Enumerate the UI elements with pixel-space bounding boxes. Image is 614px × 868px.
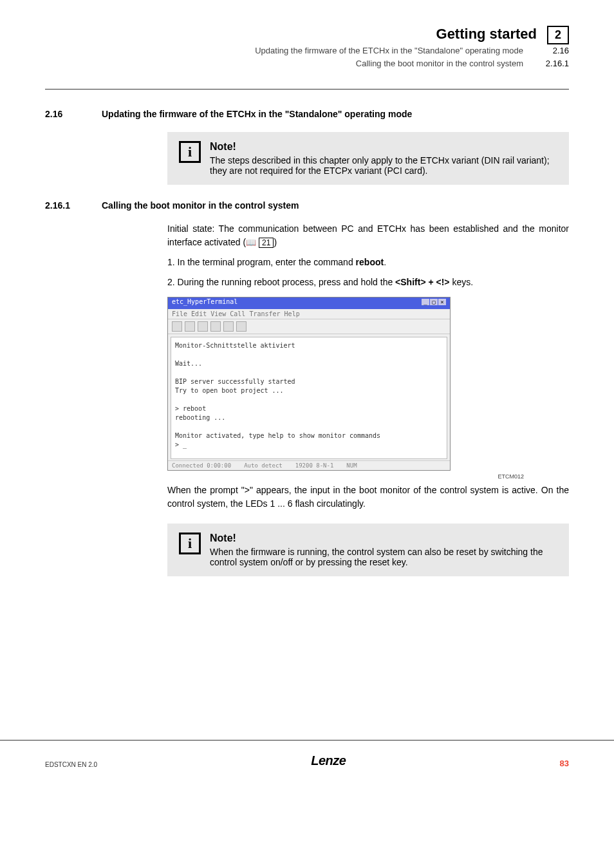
- page-footer: EDSTCXN EN 2.0 Lenze 83: [0, 740, 614, 788]
- li2-c: keys.: [450, 277, 474, 287]
- section-title: Calling the boot monitor in the control …: [102, 200, 299, 211]
- close-icon[interactable]: ×: [438, 299, 446, 305]
- footer-docid: EDSTCXN EN 2.0: [45, 761, 97, 768]
- step-1: 1. In the terminal program, enter the co…: [167, 256, 569, 269]
- section-num: 2.16: [45, 109, 84, 119]
- header-secnum1: 2.16: [534, 46, 569, 55]
- toolbar: [168, 319, 450, 334]
- li1-b: reboot: [356, 257, 384, 267]
- note-heading: Note!: [210, 533, 557, 544]
- paragraph-prompt: When the prompt ">" appears, the input i…: [167, 484, 569, 511]
- toolbar-btn[interactable]: [172, 321, 182, 332]
- p2-text: When the prompt ">" appears, the input i…: [167, 484, 569, 511]
- li1-c: .: [384, 257, 386, 267]
- info-icon: i: [179, 141, 201, 163]
- note-body: When the firmware is running, the contro…: [210, 547, 557, 567]
- minimize-icon[interactable]: _: [422, 299, 429, 305]
- statusbar: Connected 0:00:00 Auto detect 19200 8-N-…: [168, 460, 450, 470]
- section-title: Updating the firmware of the ETCHx in th…: [102, 109, 412, 119]
- window-title: etc_HyperTerminal: [172, 298, 237, 308]
- section-heading-2161: 2.16.1 Calling the boot monitor in the c…: [45, 200, 569, 211]
- toolbar-btn[interactable]: [210, 321, 221, 332]
- li2-a: 2. During the running reboot process, pr…: [167, 277, 395, 287]
- section-heading-216: 2.16 Updating the firmware of the ETCHx …: [45, 109, 569, 119]
- p1-text-c: ): [274, 237, 277, 247]
- window-titlebar: etc_HyperTerminal _▢×: [168, 297, 450, 309]
- note-content: Note! When the firmware is running, the …: [210, 533, 557, 567]
- info-icon: i: [179, 533, 201, 554]
- footer-logo: Lenze: [311, 753, 346, 768]
- header-title: Getting started: [436, 26, 537, 42]
- header-secnum2: 2.16.1: [534, 59, 569, 68]
- note-body: The steps described in this chapter only…: [210, 155, 557, 176]
- note-content: Note! The steps described in this chapte…: [210, 141, 557, 176]
- figure-caption: ETCM012: [45, 473, 524, 480]
- note-box-1: i Note! The steps described in this chap…: [167, 132, 569, 185]
- terminal-screenshot: etc_HyperTerminal _▢× File Edit View Cal…: [167, 297, 451, 471]
- book-icon: 📖: [246, 236, 256, 249]
- toolbar-btn[interactable]: [223, 321, 234, 332]
- toolbar-btn[interactable]: [198, 321, 208, 332]
- p1-text-a: Initial state: The communication between…: [167, 223, 569, 247]
- footer-pagenum: 83: [560, 759, 569, 768]
- li1-a: 1. In the terminal program, enter the co…: [167, 257, 356, 267]
- terminal-output[interactable]: Monitor-Schnittstelle aktiviert Wait... …: [171, 337, 447, 459]
- status-num: NUM: [346, 462, 357, 469]
- status-baud: 19200 8-N-1: [295, 462, 334, 469]
- note-box-2: i Note! When the firmware is running, th…: [167, 524, 569, 576]
- header-sub1: Updating the firmware of the ETCHx in th…: [255, 44, 523, 57]
- window-controls: _▢×: [421, 298, 446, 308]
- page-ref-link[interactable]: 21: [259, 238, 274, 248]
- paragraph-initial-state: Initial state: The communication between…: [167, 222, 569, 249]
- maximize-icon[interactable]: ▢: [430, 299, 438, 305]
- step-2: 2. During the running reboot process, pr…: [167, 276, 569, 289]
- page-header: Getting started 2 Updating the firmware …: [45, 26, 569, 70]
- status-detect: Auto detect: [244, 462, 283, 469]
- status-connected: Connected 0:00:00: [172, 462, 231, 469]
- toolbar-btn[interactable]: [236, 321, 247, 332]
- header-divider: [45, 89, 569, 90]
- header-sub2: Calling the boot monitor in the control …: [356, 57, 523, 70]
- menubar[interactable]: File Edit View Call Transfer Help: [168, 309, 450, 319]
- note-heading: Note!: [210, 141, 557, 153]
- li2-b: <Shift> + <!>: [395, 277, 449, 287]
- section-num: 2.16.1: [45, 200, 84, 211]
- toolbar-btn[interactable]: [185, 321, 195, 332]
- chapter-box: 2: [547, 26, 569, 44]
